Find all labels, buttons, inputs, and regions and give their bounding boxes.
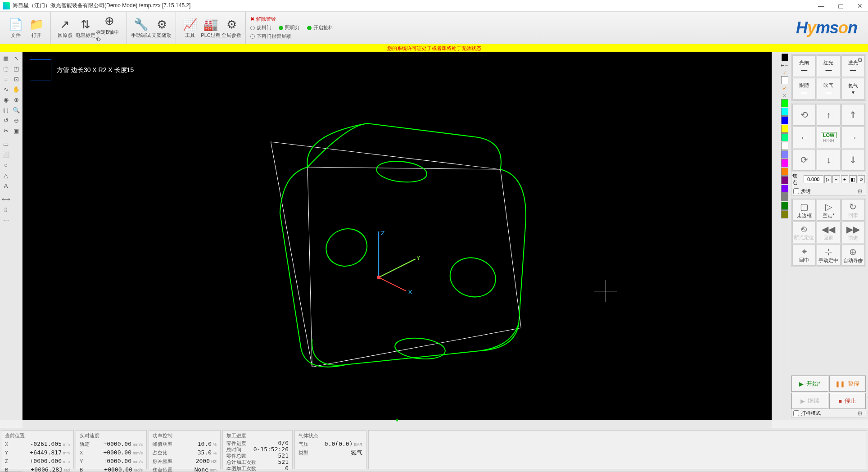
sort-icon[interactable]: ≡ — [1, 74, 11, 84]
pointer-icon[interactable]: ↖ — [11, 53, 21, 63]
unload-shield-radio[interactable]: 下料门报警屏蔽 — [250, 33, 291, 40]
rotate-ccw-button[interactable]: ⟲ — [792, 104, 816, 126]
close-button[interactable]: ✕ — [854, 2, 865, 9]
knife-icon[interactable]: ✂ — [1, 126, 11, 136]
dots-icon[interactable]: ⁞⁞ — [1, 204, 11, 214]
color-blue[interactable] — [781, 116, 788, 124]
color-purple[interactable] — [781, 176, 788, 184]
blow-button[interactable]: 吹气— — [817, 78, 840, 100]
node-icon[interactable]: ◳ — [11, 64, 21, 73]
z-down-button[interactable]: ⇓ — [841, 149, 865, 171]
color-black[interactable] — [781, 53, 788, 61]
color-lavender[interactable] — [781, 150, 788, 159]
center-button[interactable]: ⌖回中 — [792, 244, 816, 266]
home-button[interactable]: ↗回原点 — [54, 14, 75, 42]
zoom-in-icon[interactable]: ⊕ — [11, 95, 21, 104]
shutter-button[interactable]: 光闸— — [792, 55, 816, 77]
gas-select-button[interactable]: 氮气▾ — [841, 78, 865, 100]
maximize-button[interactable]: ▢ — [835, 2, 846, 9]
lighting-radio[interactable]: 照明灯 — [279, 24, 300, 31]
gear-icon[interactable]: ⚙ — [857, 188, 863, 195]
open-button[interactable]: 📁打开 — [26, 14, 47, 42]
color-cyan[interactable] — [781, 108, 788, 116]
color-white-check[interactable] — [781, 76, 788, 84]
breakpoint-button[interactable]: ⎋断点定位 — [792, 222, 816, 243]
rotate-icon[interactable]: ↺ — [1, 115, 11, 125]
dimension-icon[interactable]: ⟷ — [1, 194, 11, 204]
zero-button[interactable]: ↻回零 — [841, 199, 865, 221]
pan-icon[interactable]: ✋ — [11, 84, 21, 94]
manual-center-button[interactable]: ⊹手动定中 — [817, 244, 840, 266]
color-olive[interactable] — [781, 210, 788, 218]
color-white[interactable] — [781, 142, 788, 150]
tool-button[interactable]: 📈工具 — [180, 14, 200, 42]
jog-down-button[interactable]: ↓ — [817, 149, 840, 171]
check-icon[interactable]: ✓ — [780, 69, 790, 76]
plc-button[interactable]: 🏭PLC过程 — [200, 14, 221, 42]
color-green[interactable] — [781, 99, 788, 107]
manual-debug-button[interactable]: 🔧手动调试 — [131, 14, 151, 42]
rewind-button[interactable]: ◀◀回退 — [817, 222, 840, 243]
color-yellow[interactable] — [781, 125, 788, 133]
grid-icon[interactable]: ▦ — [1, 53, 11, 63]
speed-toggle-button[interactable]: LOWHIGH — [817, 127, 840, 148]
search-icon[interactable]: 🔍 — [11, 105, 21, 115]
baxis-calib-button[interactable]: ⊕标定B轴中心 — [96, 14, 123, 42]
stop-button[interactable]: ■停止 — [829, 393, 866, 409]
forward-button[interactable]: ▶▶前进 — [841, 222, 865, 243]
capacitance-calib-button[interactable]: ⇅电容标定 — [75, 14, 96, 42]
curve-icon[interactable]: ∿ — [1, 84, 11, 94]
edge-icon[interactable]: ⊢⊣ — [780, 62, 790, 69]
focus-set-button[interactable]: ◧ — [849, 175, 856, 183]
gear-icon[interactable]: ⚙ — [857, 258, 863, 265]
step-checkbox[interactable] — [793, 188, 799, 194]
focus-plus-button[interactable]: + — [841, 175, 848, 183]
zoom-out-icon[interactable]: ⊖ — [11, 115, 21, 125]
zoom-fit-icon[interactable]: ⊡ — [11, 74, 21, 84]
color-darkgreen[interactable] — [781, 202, 788, 210]
square-icon[interactable]: ⬜ — [1, 150, 11, 159]
jog-right-button[interactable]: → — [841, 127, 865, 148]
color-violet[interactable] — [781, 185, 788, 193]
auto-pick-radio[interactable]: 开启捡料 — [307, 24, 333, 31]
gear-icon[interactable]: ⚙ — [857, 56, 863, 64]
start-button[interactable]: ▶开始* — [791, 376, 828, 392]
vertical-scrollbar[interactable] — [772, 52, 780, 420]
check2-icon[interactable]: ✓ — [780, 85, 790, 92]
minimize-button[interactable]: — — [815, 2, 827, 9]
bracket-follow-button[interactable]: ⚙支架随动 — [151, 14, 172, 42]
x-icon[interactable]: ✕ — [780, 92, 790, 99]
triangle-icon[interactable]: △ — [1, 170, 11, 180]
focus-reset-button[interactable]: ↺ — [858, 175, 865, 183]
layer-icon[interactable]: ▣ — [11, 126, 21, 136]
select-icon[interactable]: ⬚ — [1, 64, 11, 73]
redlight-button[interactable]: 红光— — [817, 55, 840, 77]
focus-minus-button[interactable]: − — [832, 175, 840, 183]
cad-icon[interactable]: ◉ — [1, 95, 11, 104]
waste-door-radio[interactable]: 废料门 — [250, 24, 271, 31]
color-teal[interactable] — [781, 133, 788, 141]
jog-up-button[interactable]: ↑ — [817, 104, 840, 126]
color-orange[interactable] — [781, 168, 788, 176]
horizontal-scrollbar[interactable]: ▼ — [23, 420, 772, 428]
rect-icon[interactable]: ▭ — [1, 139, 11, 149]
follow-button[interactable]: 跟随— — [792, 78, 816, 100]
global-params-button[interactable]: ⚙全局参数 — [221, 14, 242, 42]
focus-input[interactable] — [804, 175, 823, 183]
frame-walk-button[interactable]: ▢走边框 — [792, 199, 816, 221]
z-up-button[interactable]: ⇑ — [841, 104, 865, 126]
gear-icon[interactable]: ⚙ — [857, 410, 863, 417]
alarm-clear-option[interactable]: ✖解除警铃 — [250, 16, 333, 23]
jog-left-button[interactable]: ← — [792, 127, 816, 148]
circle-icon[interactable]: ○ — [1, 160, 11, 170]
rotate-cw-button[interactable]: ⟳ — [792, 149, 816, 171]
color-gray[interactable] — [781, 193, 788, 201]
more-icon[interactable]: ⋯ — [1, 215, 11, 225]
mirror-icon[interactable]: ⫿⫿ — [1, 105, 11, 115]
pause-button[interactable]: ❚❚暂停 — [829, 376, 866, 392]
sample-mode-checkbox[interactable] — [793, 410, 799, 416]
focus-go-button[interactable]: ▷ — [824, 175, 832, 183]
color-magenta[interactable] — [781, 159, 788, 167]
viewport-3d[interactable]: 方管 边长30 X R2 X 长度15 Z — [23, 52, 772, 420]
continue-button[interactable]: ▶继续 — [791, 393, 828, 409]
